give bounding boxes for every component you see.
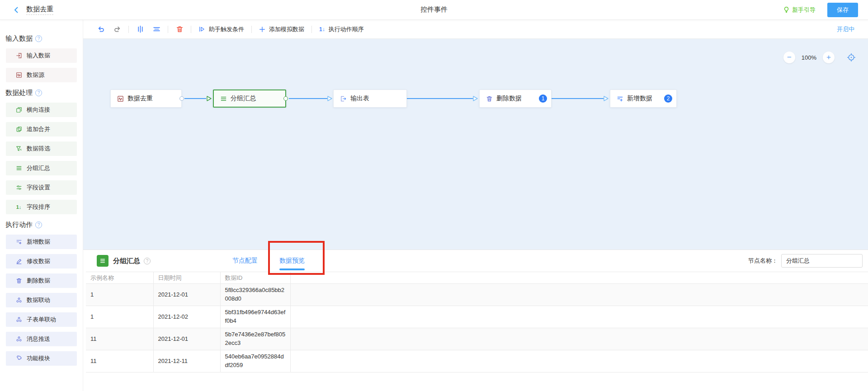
- action-order-label: 执行动作顺序: [329, 25, 364, 33]
- help-icon[interactable]: ?: [144, 258, 151, 264]
- group-summary-node-icon: [97, 255, 108, 267]
- zoom-control: − 100% +: [783, 52, 856, 63]
- table-row: 1 2021-12-02 5bf31fb496e9744d63eff0b4: [86, 306, 868, 328]
- column-header-empty: [290, 272, 868, 284]
- sidebar-item-function-module[interactable]: 功能模块: [6, 351, 77, 366]
- sidebar-item-label: 横向连接: [27, 106, 50, 114]
- sidebar-item-label: 输入数据: [27, 52, 50, 60]
- edge-line: [289, 98, 327, 99]
- table-row: 1 2021-12-01 5f8cc329366a0c85bb2008d0: [86, 284, 868, 306]
- section-header-data-process: 数据处理 ?: [5, 89, 77, 97]
- status-enabled[interactable]: 开启中: [837, 25, 854, 33]
- sidebar-item-label: 子表单联动: [27, 316, 56, 324]
- table-row: 11 2021-12-11 540eb6aa7e0952884ddf2059: [86, 350, 868, 372]
- cell-id: 5f8cc329366a0c85bb2008d0: [220, 284, 290, 306]
- undo-button[interactable]: [97, 25, 105, 33]
- sidebar-item-label: 分组汇总: [27, 164, 50, 172]
- output-port[interactable]: [179, 96, 184, 101]
- save-button[interactable]: 保存: [827, 3, 858, 17]
- sidebar-item-data-linkage[interactable]: 数据联动: [6, 293, 77, 307]
- fit-view-button[interactable]: [846, 52, 856, 62]
- flow-canvas[interactable]: − 100% + 数据去重 分组汇总 输出表: [83, 39, 868, 250]
- group-summary-icon: [220, 95, 227, 102]
- output-port[interactable]: [283, 96, 288, 101]
- sidebar-item-subform-linkage[interactable]: 子表单联动: [6, 312, 77, 327]
- delete-node-button[interactable]: [175, 25, 184, 33]
- node-name-field: 节点名称：: [748, 254, 863, 268]
- cell-empty: [290, 284, 868, 306]
- align-horizontal-button[interactable]: [152, 25, 160, 33]
- cell-date: 2021-12-02: [153, 306, 220, 328]
- edge-arrow-icon: [472, 95, 479, 102]
- trash-icon: [486, 95, 493, 102]
- sidebar-item-message-push[interactable]: 消息推送: [6, 332, 77, 346]
- node-order-badge: 2: [664, 94, 672, 103]
- help-icon[interactable]: ?: [35, 221, 42, 228]
- sidebar-item-delete-data[interactable]: 删除数据: [6, 273, 77, 288]
- action-order-button[interactable]: 1↓ 执行动作顺序: [319, 25, 364, 33]
- play-icon: [198, 26, 205, 33]
- flow-node-dedupe[interactable]: 数据去重: [110, 90, 182, 108]
- sidebar-item-datasource[interactable]: 数据源: [6, 68, 77, 82]
- column-header: 日期时间: [153, 272, 220, 284]
- sidebar-item-input-data[interactable]: 输入数据: [6, 48, 77, 63]
- beginner-guide-button[interactable]: 新手引导: [783, 6, 816, 14]
- panel-header: 分组汇总 ? 节点配置 数据预览 节点名称：: [83, 250, 868, 272]
- section-title: 数据处理: [5, 89, 33, 97]
- redo-button[interactable]: [113, 25, 121, 33]
- message-push-icon: [15, 336, 22, 343]
- toolbar-divider: [191, 26, 191, 33]
- edge-arrow-icon: [206, 95, 212, 102]
- sidebar-item-append-merge[interactable]: 追加合并: [6, 122, 77, 137]
- help-icon[interactable]: ?: [35, 35, 42, 42]
- field-settings-icon: [15, 184, 22, 191]
- cell-name: 11: [86, 350, 153, 372]
- toolbar-divider: [311, 26, 312, 33]
- edge-line: [184, 98, 206, 99]
- toolbar-divider: [251, 26, 252, 33]
- section-title: 执行动作: [5, 221, 33, 229]
- section-title: 输入数据: [5, 34, 33, 43]
- flow-node-output-table[interactable]: 输出表: [333, 90, 407, 108]
- section-header-input-data: 输入数据 ?: [5, 34, 77, 43]
- sidebar-item-label: 数据筛选: [27, 145, 50, 153]
- flow-node-add-data[interactable]: 新增数据 2: [610, 90, 677, 108]
- tab-node-config[interactable]: 节点配置: [232, 250, 258, 272]
- zoom-in-button[interactable]: +: [823, 52, 835, 63]
- sidebar-item-field-sort[interactable]: 1↓ 字段排序: [6, 200, 77, 214]
- add-data-icon: [15, 239, 22, 245]
- cell-date: 2021-12-01: [153, 284, 220, 306]
- sidebar-item-modify-data[interactable]: 修改数据: [6, 254, 77, 269]
- flow-node-delete-data[interactable]: 删除数据 1: [479, 90, 552, 108]
- add-mock-data-button[interactable]: 添加模拟数据: [259, 25, 304, 33]
- assistant-trigger-button[interactable]: 助手触发条件: [198, 25, 244, 33]
- sidebar-item-label: 功能模块: [27, 354, 50, 363]
- zoom-out-button[interactable]: −: [783, 52, 795, 63]
- node-label: 输出表: [350, 94, 369, 103]
- help-icon[interactable]: ?: [35, 90, 42, 96]
- cell-name: 1: [86, 306, 153, 328]
- assistant-trigger-label: 助手触发条件: [209, 25, 244, 33]
- node-name-input[interactable]: [781, 254, 863, 268]
- node-label: 数据去重: [127, 94, 153, 103]
- sidebar-item-field-settings[interactable]: 字段设置: [6, 180, 77, 195]
- linkage-icon: [15, 297, 22, 304]
- sidebar-item-add-data[interactable]: 新增数据: [6, 235, 77, 249]
- sidebar-item-group-summary[interactable]: 分组汇总: [6, 161, 77, 175]
- bottom-panel: 分组汇总 ? 节点配置 数据预览 节点名称： 示例名称 日期时间 数据ID 1 …: [83, 250, 868, 391]
- panel-tabs: 节点配置 数据预览: [232, 250, 305, 272]
- edge-arrow-icon: [327, 95, 333, 102]
- sidebar-item-label: 字段排序: [27, 203, 50, 211]
- panel-title: 分组汇总: [113, 257, 140, 265]
- filter-icon: [15, 146, 22, 152]
- tab-data-preview[interactable]: 数据预览: [279, 250, 305, 272]
- cell-name: 11: [86, 328, 153, 350]
- cell-id: 5bf31fb496e9744d63eff0b4: [220, 306, 290, 328]
- sidebar-item-data-filter[interactable]: 数据筛选: [6, 141, 77, 156]
- sidebar-item-horizontal-join[interactable]: 横向连接: [6, 103, 77, 117]
- section-header-actions: 执行动作 ?: [5, 221, 77, 229]
- flow-node-group-summary[interactable]: 分组汇总: [213, 90, 286, 108]
- sort-order-icon: 1↓: [319, 26, 325, 33]
- align-vertical-button[interactable]: [136, 25, 144, 33]
- sidebar-item-label: 字段设置: [27, 184, 50, 192]
